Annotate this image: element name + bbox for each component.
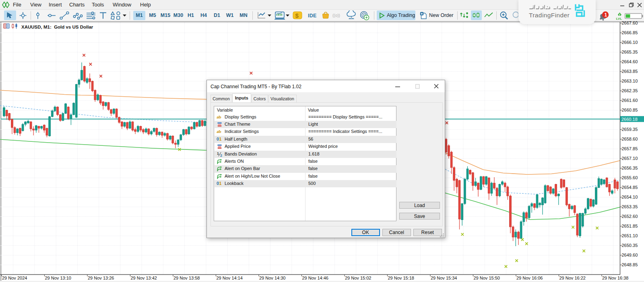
svg-text:29 Nov 13:58: 29 Nov 13:58 (173, 276, 200, 280)
svg-text:29 Nov 15:18: 29 Nov 15:18 (388, 276, 414, 280)
svg-text:29 Nov 14:46: 29 Nov 14:46 (302, 276, 328, 280)
svg-text:2663.10: 2663.10 (622, 79, 638, 83)
svg-text:2655.60: 2655.60 (622, 175, 638, 180)
svg-text:29 Nov 16:06: 29 Nov 16:06 (516, 276, 543, 280)
svg-text:2662.35: 2662.35 (622, 88, 638, 93)
svg-text:2656.35: 2656.35 (622, 166, 638, 170)
svg-text:2654.10: 2654.10 (622, 195, 638, 199)
svg-text:29 Nov 15:34: 29 Nov 15:34 (431, 276, 457, 280)
svg-text:2648.85: 2648.85 (622, 262, 638, 267)
svg-text:2667.60: 2667.60 (622, 21, 638, 25)
svg-text:29 Nov 16:38: 29 Nov 16:38 (602, 276, 628, 280)
svg-text:2664.60: 2664.60 (622, 59, 638, 64)
svg-text:1: 1 (605, 12, 607, 18)
svg-text:$: $ (295, 12, 299, 19)
svg-text:2661.60: 2661.60 (622, 98, 638, 103)
svg-text:IDE: IDE (308, 13, 317, 19)
svg-text:2650.35: 2650.35 (622, 243, 638, 248)
svg-text:2651.85: 2651.85 (622, 224, 638, 228)
svg-text:2649.60: 2649.60 (622, 253, 638, 257)
svg-text:2657.10: 2657.10 (622, 156, 638, 161)
svg-text:29 Nov 14:14: 29 Nov 14:14 (217, 276, 243, 280)
svg-text:2666.10: 2666.10 (622, 40, 638, 45)
svg-text:2657.85: 2657.85 (622, 146, 638, 151)
svg-text:29 Nov 13:42: 29 Nov 13:42 (131, 276, 157, 280)
svg-text:2: 2 (220, 153, 222, 157)
svg-text:29 Nov 14:30: 29 Nov 14:30 (259, 276, 285, 280)
svg-text:29 Nov 16:22: 29 Nov 16:22 (559, 276, 586, 280)
svg-text:29 Nov 15:02: 29 Nov 15:02 (345, 276, 371, 280)
svg-text:((o)): ((o)) (332, 13, 340, 18)
svg-text:2660.85: 2660.85 (622, 108, 638, 112)
svg-text:29 Nov 13:26: 29 Nov 13:26 (88, 276, 114, 280)
svg-text:29 Nov 2024: 29 Nov 2024 (2, 276, 27, 280)
svg-text:2663.85: 2663.85 (622, 69, 638, 74)
svg-text:2652.60: 2652.60 (622, 214, 638, 219)
svg-text:2666.85: 2666.85 (622, 30, 638, 35)
svg-text:2651.10: 2651.10 (622, 233, 638, 238)
svg-text:2659.35: 2659.35 (622, 127, 638, 132)
svg-text:29 Nov 15:50: 29 Nov 15:50 (474, 276, 500, 280)
svg-text:2658.60: 2658.60 (622, 137, 638, 141)
svg-text:1: 1 (217, 151, 219, 156)
svg-text:2654.85: 2654.85 (622, 185, 638, 190)
svg-text:LVL: LVL (616, 17, 622, 21)
svg-text:2665.35: 2665.35 (622, 50, 638, 54)
svg-text:29 Nov 13:10: 29 Nov 13:10 (45, 276, 71, 280)
svg-text:2660.18: 2660.18 (621, 117, 638, 122)
svg-text:2653.35: 2653.35 (622, 204, 638, 209)
